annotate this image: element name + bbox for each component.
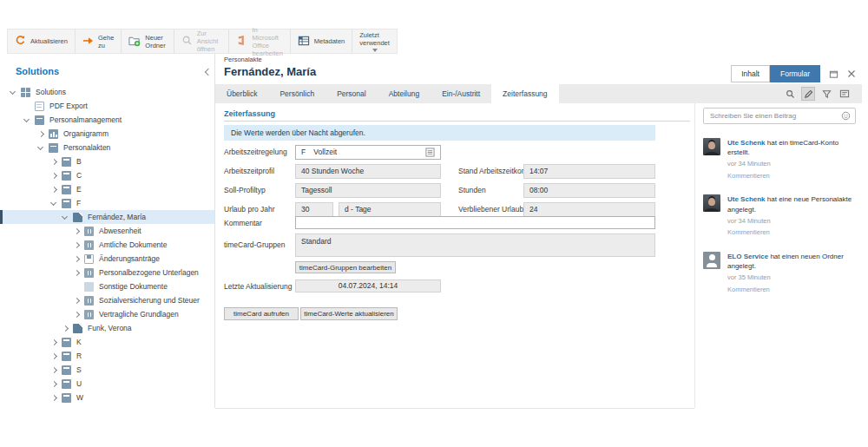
chevron-closed-icon[interactable] — [72, 254, 81, 263]
refresh-timecard-values-button[interactable]: timeCard-Werte aktualisieren — [300, 307, 398, 320]
chevron-open-icon[interactable] — [9, 88, 17, 96]
chevron-open-icon[interactable] — [23, 115, 31, 124]
tree-item-u[interactable]: U — [0, 377, 214, 391]
edit-timecard-groups-button[interactable]: timeCard-Gruppen bearbeiten — [295, 261, 396, 273]
search-icon[interactable] — [783, 87, 797, 101]
chevron-closed-icon[interactable] — [72, 227, 81, 235]
tree-item-funk-verona[interactable]: Funk, Verona — [0, 321, 214, 335]
refresh-icon — [15, 35, 26, 48]
tree-item-pdf-export[interactable]: PDF Export — [0, 99, 214, 113]
refresh-button[interactable]: Aktualisieren — [8, 30, 76, 53]
tree-item-r[interactable]: R — [0, 349, 214, 363]
field-urlaub-pro-jahr: 30 — [295, 202, 333, 217]
register-icon — [62, 185, 71, 194]
form-layout-icon[interactable] — [838, 87, 852, 101]
chevron-open-icon[interactable] — [36, 143, 45, 152]
tree-item-organigramm[interactable]: Organigramm — [0, 127, 214, 141]
tree-item-k[interactable]: K — [0, 335, 214, 349]
repository-tree: Solutions PDF Export Personalmanagement … — [0, 85, 214, 404]
chevron-closed-icon[interactable] — [49, 393, 58, 402]
register-icon — [62, 338, 71, 347]
keyword-list-icon[interactable] — [425, 148, 435, 157]
chevron-closed-icon[interactable] — [72, 296, 81, 305]
feed-author[interactable]: Ute Schenk — [727, 139, 766, 147]
chevron-open-icon[interactable] — [49, 199, 58, 207]
chevron-closed-icon[interactable] — [36, 129, 45, 138]
label-arbeitszeitprofil: Arbeitszeitprofil — [224, 164, 274, 179]
tree-item-c[interactable]: C — [0, 168, 214, 182]
chevron-open-icon[interactable] — [61, 213, 69, 221]
tree-item-sozialversicherung-und-steuer[interactable]: Sozialversicherung und Steuer — [0, 293, 214, 307]
chevron-closed-icon[interactable] — [49, 352, 58, 360]
sidebar-divider — [214, 54, 215, 408]
sidebar-collapse-icon[interactable] — [203, 68, 212, 76]
chevron-closed-icon[interactable] — [49, 379, 58, 388]
form-view-button[interactable]: Formular — [770, 65, 820, 82]
tree-item-vertragliche-grundlagen[interactable]: Vertragliche Grundlagen — [0, 307, 214, 321]
register-icon — [62, 171, 71, 181]
label-urlaub-pro-jahr: Urlaub pro Jahr — [224, 202, 275, 217]
tree-item-personalmanagement[interactable]: Personalmanagement — [0, 113, 214, 127]
info-banner: Die Werte werden über Nacht abgerufen. — [224, 125, 655, 141]
feed-panel: Ute Schenk hat ein timeCard-Konto erstel… — [703, 103, 856, 294]
tree-item-personalakten[interactable]: Personalakten — [0, 141, 214, 154]
feed-composer-input[interactable] — [708, 111, 841, 121]
feed-timestamp: vor 35 Minuten — [727, 273, 856, 283]
chevron-closed-icon[interactable] — [72, 268, 81, 277]
chevron-closed-icon[interactable] — [72, 240, 81, 249]
new-folder-button[interactable]: Neuer Ordner — [122, 30, 174, 53]
feed-divider — [694, 103, 695, 408]
register-icon — [62, 379, 71, 389]
tree-item-personalbezogene-unterlagen[interactable]: Personalbezogene Unterlagen — [0, 266, 214, 279]
tree-item-e[interactable]: E — [0, 182, 214, 196]
filter-icon[interactable] — [819, 87, 833, 101]
chevron-closed-icon[interactable] — [49, 185, 58, 194]
register-icon — [84, 268, 94, 278]
orgchart-icon — [49, 129, 58, 139]
chevron-closed-icon[interactable] — [49, 338, 58, 346]
tree-item-aenderungsantraege[interactable]: Änderungsanträge — [0, 252, 214, 266]
chevron-closed-icon[interactable] — [49, 171, 58, 180]
field-arbeitszeitregelung[interactable]: F Vollzeit — [295, 145, 441, 160]
content-view-button[interactable]: Inhalt — [731, 65, 770, 82]
folder-icon — [35, 115, 44, 125]
tree-item-f[interactable]: F — [0, 196, 214, 210]
smiley-icon[interactable] — [841, 108, 851, 124]
feed-author[interactable]: ELO Service — [727, 253, 768, 260]
tree-item-fernandez-maria[interactable]: Fernández, María — [0, 210, 214, 224]
register-empty-icon — [84, 282, 94, 292]
comment-link[interactable]: Kommentieren — [727, 172, 856, 181]
comment-link[interactable]: Kommentieren — [727, 286, 856, 295]
tree-item-abwesenheit[interactable]: Abwesenheit — [0, 224, 214, 238]
tree-item-s[interactable]: S — [0, 363, 214, 377]
tree-item-w[interactable]: W — [0, 391, 214, 404]
chevron-closed-icon[interactable] — [61, 324, 69, 332]
field-kommentar[interactable] — [295, 216, 655, 229]
comment-link[interactable]: Kommentieren — [727, 228, 856, 238]
feed-timestamp: vor 34 Minuten — [727, 217, 856, 227]
feed-author[interactable]: Ute Schenk — [727, 195, 766, 203]
feed-item: Ute Schenk hat eine neue Personalakte an… — [703, 194, 856, 237]
tree-item-sonstige-dokumente[interactable]: Sonstige Dokumente — [0, 279, 214, 293]
personnel-file-icon — [73, 213, 82, 222]
solutions-icon — [21, 88, 30, 97]
goto-button[interactable]: Gehe zu — [76, 30, 122, 53]
tree-item-solutions[interactable]: Solutions — [0, 85, 214, 99]
chevron-closed-icon[interactable] — [49, 365, 58, 374]
tree-item-b[interactable]: B — [0, 154, 214, 168]
label-kommentar: Kommentar — [224, 216, 262, 231]
avatar — [703, 194, 720, 212]
edit-mode-icon[interactable] — [801, 87, 815, 101]
chevron-closed-icon[interactable] — [72, 310, 81, 319]
close-icon[interactable] — [847, 69, 856, 78]
restore-window-icon[interactable] — [829, 69, 838, 79]
label-stunden: Stunden — [458, 183, 486, 198]
register-icon — [62, 352, 71, 361]
chevron-closed-icon[interactable] — [49, 157, 58, 166]
goto-arrow-icon — [82, 35, 94, 48]
open-view-button[interactable]: Zur Ansicht öffnen — [174, 30, 230, 53]
tree-item-amtliche-dokumente[interactable]: Amtliche Dokumente — [0, 238, 214, 252]
feed-item: Ute Schenk hat ein timeCard-Konto erstel… — [703, 138, 856, 181]
label-soll-profiltyp: Soll-Profiltyp — [224, 183, 266, 198]
open-timecard-button[interactable]: timeCard aufrufen — [224, 307, 299, 320]
